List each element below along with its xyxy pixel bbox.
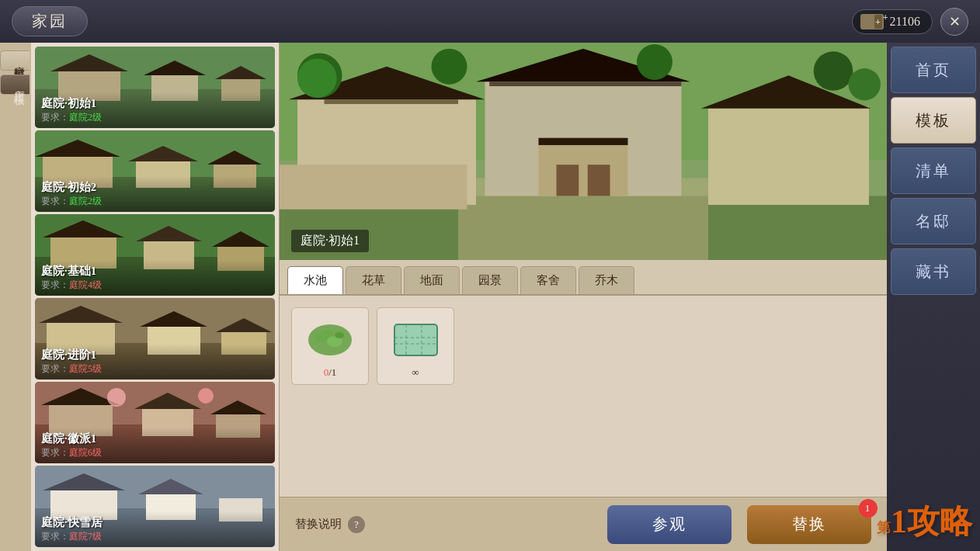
nav-home[interactable]: 首页 <box>891 47 976 93</box>
template-req-3: 要求：庭院4级 <box>41 279 269 292</box>
nav-mansion[interactable]: 名邸 <box>891 198 976 244</box>
template-name-2: 庭院·初始2 <box>41 180 269 195</box>
top-bar: 家园 + 21106 ✕ <box>0 0 980 43</box>
template-req-4: 要求：庭院5级 <box>41 362 269 376</box>
resource-box: + 21106 <box>852 9 933 34</box>
nav-list[interactable]: 清单 <box>891 147 976 194</box>
window-title: 家园 <box>12 6 88 36</box>
template-req-6: 要求：庭院7级 <box>41 530 269 543</box>
svg-point-45 <box>198 388 214 404</box>
svg-point-44 <box>107 388 126 407</box>
template-req-value-2: 庭院2级 <box>69 196 102 206</box>
right-nav: 首页 模板 清单 名邸 藏书 <box>887 43 980 551</box>
item-count-1: 0/1 <box>324 366 337 379</box>
svg-text:+: + <box>875 16 881 27</box>
nav-books[interactable]: 藏书 <box>891 248 976 295</box>
template-info-1: 庭院·初始1 要求：庭院2级 <box>35 92 275 128</box>
tab-flowers[interactable]: 花草 <box>346 266 401 294</box>
template-item-1[interactable]: 庭院·初始1 要求：庭院2级 <box>35 47 275 128</box>
pond-icon-1 <box>305 314 356 365</box>
wood-icon: + <box>860 14 884 29</box>
template-name-1: 庭院·初始1 <box>41 96 269 111</box>
template-req-value-6: 庭院7级 <box>69 531 102 542</box>
template-name-4: 庭院·进阶1 <box>41 348 269 362</box>
help-icon[interactable]: ? <box>348 516 365 533</box>
sidebar-tab-hall[interactable]: 主厅模板 <box>0 75 30 95</box>
tab-water[interactable]: 水池 <box>287 266 343 294</box>
template-name-5: 庭院·徽派1 <box>41 431 269 446</box>
template-name-6: 庭院·快雪居 <box>41 515 269 530</box>
template-req-5: 要求：庭院6级 <box>41 446 269 459</box>
visit-button[interactable]: 参观 <box>607 505 732 544</box>
bottom-bar: 替换说明 ? 参观 替换 1 <box>280 497 887 551</box>
close-button[interactable]: ✕ <box>940 8 968 36</box>
template-name-3: 庭院·基础1 <box>41 264 269 279</box>
template-req-value-4: 庭院5级 <box>69 363 102 374</box>
template-info-3: 庭院·基础1 要求：庭院4级 <box>35 260 275 296</box>
svg-point-81 <box>321 330 332 338</box>
template-item-3[interactable]: 庭院·基础1 要求：庭院4级 <box>35 214 275 296</box>
item-card-1[interactable]: 0/1 <box>291 307 369 385</box>
item-count-2: ∞ <box>412 366 419 379</box>
main-content: 庭院模板 主厅模板 庭院·初始1 <box>0 43 980 551</box>
item-card-2[interactable]: ∞ <box>377 307 454 385</box>
template-list: 庭院·初始1 要求：庭院2级 庭院·初 <box>31 43 280 551</box>
items-area: 0/1 ∞ <box>280 296 887 497</box>
template-info-5: 庭院·徽派1 要求：庭院6级 <box>35 428 275 463</box>
template-item-6[interactable]: 庭院·快雪居 要求：庭院7级 <box>35 466 275 547</box>
template-info-2: 庭院·初始2 要求：庭院2级 <box>35 176 275 212</box>
tab-ground[interactable]: 地面 <box>404 266 460 294</box>
template-req-2: 要求：庭院2级 <box>41 195 269 208</box>
template-item-5[interactable]: 庭院·徽派1 要求：庭院6级 <box>35 382 275 463</box>
template-info-6: 庭院·快雪居 要求：庭院7级 <box>35 511 275 547</box>
preview-image: 庭院·初始1 <box>280 43 887 260</box>
tab-tree[interactable]: 乔木 <box>579 266 634 294</box>
template-info-4: 庭院·进阶1 要求：庭院5级 <box>35 344 275 379</box>
preview-area: 庭院·初始1 水池 花草 地面 园景 客舍 乔木 <box>280 43 887 551</box>
template-req-value-1: 庭院2级 <box>69 112 102 123</box>
template-item-2[interactable]: 庭院·初始2 要求：庭院2级 <box>35 130 275 212</box>
nav-template[interactable]: 模板 <box>891 97 976 144</box>
pond-icon-2 <box>391 314 441 365</box>
tabs-row: 水池 花草 地面 园景 客舍 乔木 <box>280 260 887 296</box>
template-req-value-3: 庭院4级 <box>69 279 102 290</box>
svg-rect-83 <box>394 324 437 355</box>
tab-garden[interactable]: 园景 <box>462 266 518 294</box>
resource-amount: 21106 <box>890 15 920 29</box>
template-req-1: 要求：庭院2级 <box>41 111 269 124</box>
preview-label: 庭院·初始1 <box>291 230 369 252</box>
replace-hint-label: 替换说明 <box>295 517 342 532</box>
replace-button[interactable]: 替换 1 <box>747 505 871 544</box>
template-item-4[interactable]: 庭院·进阶1 要求：庭院5级 <box>35 298 275 379</box>
replace-badge: 1 <box>859 499 877 518</box>
sidebar-tabs: 庭院模板 主厅模板 <box>0 43 31 551</box>
replace-hint: 替换说明 ? <box>295 516 365 533</box>
template-req-value-5: 庭院6级 <box>69 447 102 458</box>
svg-rect-77 <box>280 43 887 260</box>
sidebar-tab-courtyard[interactable]: 庭院模板 <box>0 50 30 71</box>
svg-point-82 <box>335 332 344 338</box>
tab-guest[interactable]: 客舍 <box>520 266 576 294</box>
top-right-area: + 21106 ✕ <box>852 8 968 36</box>
